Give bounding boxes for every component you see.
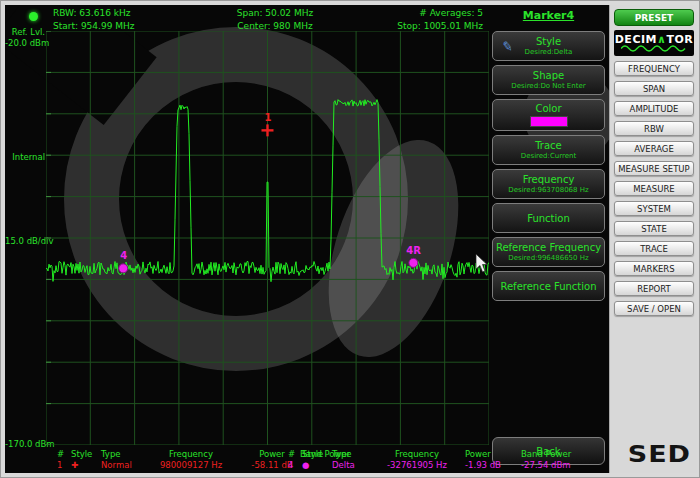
col-style: Style [302, 449, 332, 459]
marker-row-4: 4●Delta-32761905 Hz-1.93 dB-27.54 dBm [288, 460, 587, 470]
sidebar-item-measure[interactable]: MEASURE [614, 181, 694, 196]
marker-4: 4 [119, 250, 128, 272]
function-sidebar: PRESET DECIM∧TOR FREQUENCYSPANAMPLITUDER… [609, 5, 697, 473]
db-per-div-label: 15.0 dB/div [5, 236, 45, 246]
menu-button-sublabel: Desired:996486650 Hz [508, 254, 588, 262]
col-frequency: Frequency [369, 449, 465, 459]
averages-readout: # Averages: 5 [335, 8, 483, 18]
pen-icon: ✎ [501, 38, 514, 54]
menu-button-function[interactable]: Function [492, 203, 605, 233]
rbw-readout: RBW: 63.616 kHz [53, 8, 130, 18]
marker-type: Delta [332, 460, 369, 470]
svg-text:1: 1 [265, 112, 272, 123]
marker-num: 1 [57, 460, 71, 470]
sidebar-item-measure-setup[interactable]: MEASURE SETUP [614, 161, 694, 176]
sidebar-menu: FREQUENCYSPANAMPLITUDERBWAVERAGEMEASURE … [614, 61, 694, 316]
analyzer-screen: RBW: 63.616 kHz Start: 954.99 MHz Span: … [5, 5, 609, 473]
svg-text:4R: 4R [406, 245, 421, 256]
menu-button-trace[interactable]: TraceDesired:Current [492, 135, 605, 165]
mouse-cursor-icon [475, 254, 489, 274]
marker-power: -1.93 dB [465, 460, 521, 470]
decimator-logo-text: DECIM∧TOR [615, 34, 694, 45]
status-led-icon [29, 12, 38, 21]
marker-table-right: #StyleTypeFrequencyPowerBand Power 4●Del… [288, 449, 587, 470]
marker-menu-panel: Marker4 ✎StyleDesired:DeltaShapeDesired:… [488, 5, 609, 473]
ref-level-value: -20.0 dBm [5, 38, 45, 48]
sidebar-item-trace[interactable]: TRACE [614, 241, 694, 256]
sidebar-item-state[interactable]: STATE [614, 221, 694, 236]
svg-text:4: 4 [120, 250, 127, 261]
menu-title: Marker4 [488, 9, 609, 22]
spectrum-plot: 144R [46, 31, 489, 445]
menu-button-reference-frequency[interactable]: Reference FrequencyDesired:996486650 Hz [492, 237, 605, 267]
col-power: Power [465, 449, 521, 459]
menu-button-color[interactable]: Color [492, 99, 605, 131]
preset-button[interactable]: PRESET [614, 9, 694, 26]
menu-button-label: Reference Function [500, 281, 596, 292]
col-type: Type [332, 449, 369, 459]
menu-button-sublabel: Desired:Current [521, 152, 576, 160]
col-band-power: Band Power [521, 449, 587, 459]
menu-button-frequency[interactable]: FrequencyDesired:963708068 Hz [492, 169, 605, 199]
marker-color-swatch [530, 116, 568, 127]
marker-frequency: 980009127 Hz [138, 460, 244, 470]
stop-readout: Stop: 1005.01 MHz [335, 21, 483, 31]
marker-1: 1 [262, 112, 274, 136]
sidebar-item-span[interactable]: SPAN [614, 81, 694, 96]
marker-style-icon: ✚ [71, 460, 101, 470]
sidebar-item-rbw[interactable]: RBW [614, 121, 694, 136]
sed-logo: SED [628, 440, 691, 466]
plot-grid [46, 31, 489, 445]
menu-button-label: Style [536, 36, 561, 47]
decimator-logo: DECIM∧TOR [614, 30, 694, 56]
start-readout: Start: 954.99 MHz [53, 21, 135, 31]
menu-button-shape[interactable]: ShapeDesired:Do Not Enter [492, 65, 605, 95]
marker-table-header: #StyleTypeFrequencyPowerBand Power [288, 449, 587, 459]
menu-button-label: Frequency [523, 174, 575, 185]
sidebar-item-system[interactable]: SYSTEM [614, 201, 694, 216]
marker-style-icon: ● [302, 460, 332, 470]
menu-button-label: Shape [533, 70, 564, 81]
sidebar-item-amplitude[interactable]: AMPLITUDE [614, 101, 694, 116]
marker-type: Normal [101, 460, 138, 470]
menu-button-style[interactable]: ✎StyleDesired:Delta [492, 31, 605, 61]
menu-button-label: Function [527, 213, 570, 224]
menu-button-label: Color [535, 103, 561, 114]
menu-button-label: Trace [535, 140, 562, 151]
sidebar-item-markers[interactable]: MARKERS [614, 261, 694, 276]
internal-label: Internal [5, 152, 45, 162]
col-num: # [57, 449, 71, 459]
plot-markers: 144R [119, 112, 422, 272]
sidebar-item-report[interactable]: REPORT [614, 281, 694, 296]
marker-band-power: -27.54 dBm [521, 460, 587, 470]
col-type: Type [101, 449, 138, 459]
sidebar-item-save-open[interactable]: SAVE / OPEN [614, 301, 694, 316]
window-frame: RBW: 63.616 kHz Start: 954.99 MHz Span: … [0, 0, 700, 478]
menu-button-sublabel: Desired:Do Not Enter [511, 82, 585, 90]
sidebar-item-frequency[interactable]: FREQUENCY [614, 61, 694, 76]
marker-num: 4 [288, 460, 302, 470]
menu-button-sublabel: Desired:963708068 Hz [508, 186, 588, 194]
menu-button-sublabel: Desired:Delta [525, 48, 573, 56]
col-style: Style [71, 449, 101, 459]
menu-button-label: Reference Frequency [496, 242, 601, 253]
menu-button-reference-function[interactable]: Reference Function [492, 271, 605, 301]
marker-frequency: -32761905 Hz [369, 460, 465, 470]
col-num: # [288, 449, 302, 459]
sidebar-item-average[interactable]: AVERAGE [614, 141, 694, 156]
menu-buttons: ✎StyleDesired:DeltaShapeDesired:Do Not E… [492, 31, 605, 301]
bottom-level-label: -170.0 dBm [5, 439, 47, 449]
ref-level-label: Ref. Lvl. [7, 27, 45, 37]
waveform-icon [621, 45, 687, 52]
col-frequency: Frequency [138, 449, 244, 459]
